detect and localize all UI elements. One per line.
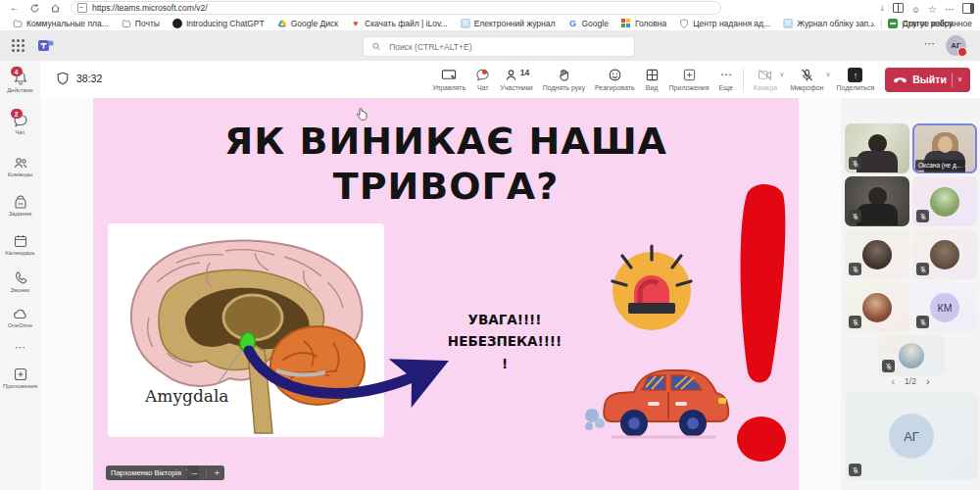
heart-icon: [351, 19, 361, 28]
leave-button[interactable]: Выйти: [885, 68, 970, 92]
zoom-in-button[interactable]: +: [215, 467, 220, 478]
participant-tile[interactable]: [878, 335, 945, 376]
bookmark[interactable]: Електронний журнал: [461, 19, 556, 28]
meeting-timer: 38:32: [56, 72, 102, 85]
sidebar-item-calls[interactable]: Звонки: [0, 270, 40, 293]
download-icon[interactable]: [880, 3, 885, 13]
mic-off-icon: [852, 318, 859, 326]
emblem-icon: [679, 19, 689, 28]
plus-square-icon: [13, 367, 28, 382]
mic-off-icon: [919, 318, 927, 326]
participant-tile[interactable]: [845, 282, 909, 332]
sidebar-item-more[interactable]: [0, 341, 40, 354]
split-screen-icon[interactable]: [893, 3, 904, 13]
zoom-controls: – +: [187, 466, 224, 480]
muted-badge: [849, 263, 861, 275]
presentation-stage: ЯК ВИНИКАЄ НАША ТРИВОГА? Amygd: [40, 98, 841, 490]
share-button[interactable]: Поделиться: [832, 68, 880, 91]
plus-square-icon: [682, 68, 697, 82]
page-next-icon[interactable]: [926, 375, 930, 387]
browser-menu-icon[interactable]: [945, 0, 955, 17]
participant-tile[interactable]: [912, 176, 977, 226]
sidebar-item-calendar[interactable]: Календарь: [0, 233, 40, 256]
more-icon: [15, 341, 25, 354]
folder-icon: [889, 19, 899, 28]
refresh-icon[interactable]: [29, 3, 40, 14]
bookmark[interactable]: GGoogle: [567, 19, 608, 28]
bookmark[interactable]: Журнал обліку зап...: [783, 19, 875, 28]
bookmark[interactable]: Почты: [122, 19, 160, 28]
react-button[interactable]: Реагировать: [590, 68, 640, 91]
participants-panel: Оксана (не д... КМ: [841, 98, 980, 490]
sidebar-item-activity[interactable]: 4 Действие: [0, 71, 40, 93]
mic-off-icon: [919, 213, 927, 220]
sidebar-item-chat[interactable]: 2 Чат: [0, 113, 40, 135]
bookmark[interactable]: Головна: [621, 19, 666, 28]
bookmark[interactable]: Центр надання ад...: [679, 19, 770, 28]
chat-button[interactable]: Чат: [470, 68, 495, 91]
participant-tile[interactable]: [845, 123, 909, 173]
mic-off-icon: [852, 466, 859, 474]
view-button[interactable]: Вид: [640, 68, 664, 91]
bookmark[interactable]: Google Диск: [277, 19, 338, 28]
more-button[interactable]: ⋯ Еще: [714, 68, 738, 91]
header-more-icon[interactable]: [924, 37, 935, 50]
bookmarks-bar: Коммунальные пла... Почты Introducing Ch…: [0, 16, 980, 31]
participant-tile[interactable]: КМ: [912, 282, 977, 332]
bookmarks-overflow-icon[interactable]: [870, 18, 874, 29]
feedback-icon[interactable]: [911, 0, 920, 17]
activity-badge: 4: [11, 67, 23, 76]
chat-badge: 2: [11, 109, 23, 119]
bookmark[interactable]: Коммунальные пла...: [13, 19, 109, 28]
back-icon[interactable]: [10, 3, 20, 13]
google-icon: G: [567, 19, 577, 28]
leave-chevron-icon[interactable]: [957, 75, 962, 83]
manage-button[interactable]: Управлять: [427, 68, 470, 91]
bookmark[interactable]: Скачать файл | iLov...: [351, 19, 448, 28]
sidebar-item-apps[interactable]: Приложения: [0, 367, 40, 389]
mic-off-icon: [885, 363, 893, 370]
mic-off-icon: [852, 266, 859, 273]
url-bar[interactable]: https://teams.microsoft.com/v2/: [71, 1, 721, 15]
camera-button[interactable]: Камера: [749, 68, 782, 91]
raise-hand-button[interactable]: Поднять руку: [538, 68, 590, 91]
google-drive-icon: [277, 19, 287, 28]
profile-avatar[interactable]: АГ: [946, 35, 966, 56]
journal-icon: [783, 19, 793, 28]
slide[interactable]: ЯК ВИНИКАЄ НАША ТРИВОГА? Amygd: [93, 98, 799, 490]
sidebar-item-teams[interactable]: Команды: [0, 155, 40, 177]
sidebar-item-assignments[interactable]: Задания: [0, 194, 40, 217]
microphone-button[interactable]: Микрофон: [785, 68, 828, 91]
search-input[interactable]: [387, 41, 626, 53]
cloud-icon: [13, 306, 28, 321]
home-icon[interactable]: [50, 3, 61, 14]
zoom-out-button[interactable]: –: [192, 467, 198, 478]
avatar: [899, 343, 924, 368]
avatar: [862, 240, 892, 270]
page-prev-icon[interactable]: [891, 375, 895, 387]
home-grid-icon: [621, 19, 631, 28]
grid-icon: [645, 68, 660, 82]
sidebar-panel-icon[interactable]: [962, 3, 974, 14]
participant-tile[interactable]: [845, 229, 909, 279]
apps-button[interactable]: Приложения: [664, 68, 714, 91]
sidebar-item-onedrive[interactable]: OneDrive: [0, 306, 40, 328]
participant-tile-large[interactable]: АГ: [845, 392, 978, 480]
search-box[interactable]: [363, 36, 635, 57]
participant-tile-active[interactable]: Оксана (не д...: [912, 123, 977, 173]
participants-button[interactable]: 14 Участники: [495, 68, 537, 91]
favorites-icon[interactable]: [928, 0, 937, 17]
muted-badge: [916, 316, 929, 328]
participant-tile[interactable]: [912, 229, 977, 279]
screenshare-icon: [440, 68, 458, 82]
bookmark[interactable]: Introducing ChatGPT: [172, 19, 265, 28]
folder-icon: [122, 19, 131, 28]
other-favorites[interactable]: Другое избранное: [889, 19, 972, 28]
chatgpt-icon: [172, 19, 182, 28]
app-launcher-icon[interactable]: [12, 39, 24, 52]
participant-tile[interactable]: [845, 176, 909, 226]
muted-badge: [849, 464, 861, 476]
url-text[interactable]: https://teams.microsoft.com/v2/: [92, 3, 208, 13]
screen: https://teams.microsoft.com/v2/ Коммунал…: [0, 0, 980, 490]
siren-icon: [603, 240, 701, 338]
